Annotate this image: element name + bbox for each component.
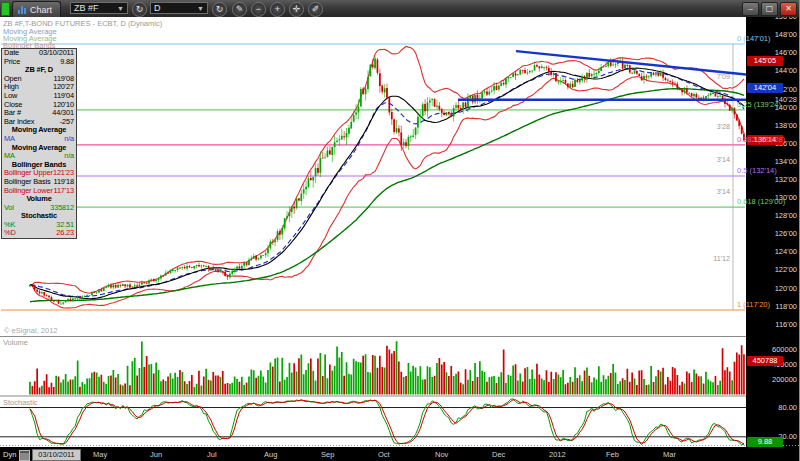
panel-row-bollinger-basis: Bollinger Basis119'18 (2, 178, 76, 187)
panel-label: Low (4, 92, 17, 101)
panel-value: 44/301 (52, 109, 74, 118)
panel-value: -257 (60, 118, 74, 127)
panel-section-header: Moving Average (2, 126, 76, 135)
tab-chart-label: Chart (30, 5, 52, 15)
eraser-icon[interactable]: ✐ (308, 2, 323, 17)
panel-label: Open (4, 75, 21, 84)
cursor-data-panel: Date03/10/2011Price9.88ZB #F, DOpen119'0… (1, 48, 77, 239)
panel-row-bollinger-lower: Bollinger Lower117'13 (2, 187, 76, 196)
panel-row-bar-: Bar #44/301 (2, 109, 76, 118)
symbol-combo[interactable]: ZB #F ▼ (70, 2, 128, 14)
panel-value: 119'18 (53, 178, 74, 187)
panel-label: Bar # (4, 109, 21, 118)
chart-tab-icon (18, 6, 26, 14)
panel-value: n/a (64, 135, 74, 144)
zoom-out-icon[interactable]: − (251, 2, 266, 17)
close-button[interactable]: ✕ (780, 2, 797, 16)
panel-value: 32.51 (56, 221, 74, 230)
window-controls: –▢✕ (742, 2, 797, 16)
zoom-in-icon[interactable]: + (270, 2, 285, 17)
interval-combo-value: D (154, 3, 161, 13)
panel-section-header: Bollinger Bands (2, 161, 76, 170)
panel-value: n/a (64, 152, 74, 161)
panel-value: 335812 (50, 204, 74, 213)
symbol-refresh-icon[interactable]: ↻ (132, 2, 147, 17)
panel-row--d: %D26.23 (2, 229, 76, 238)
maximize-button[interactable]: ▢ (761, 2, 778, 16)
chart-window: Chart ZB #F ▼ ↻ D ▼ ↻ ✎−+✛✐ –▢✕ ZB #F,T-… (0, 0, 800, 461)
pencil-icon[interactable]: ✎ (232, 2, 247, 17)
panel-label: MA (4, 135, 15, 144)
panel-label: Bollinger Upper (4, 169, 53, 178)
panel-label: Close (4, 101, 22, 110)
panel-section-header: ZB #F, D (2, 66, 76, 75)
interval-combo[interactable]: D ▼ (150, 2, 208, 14)
panel-label: Bollinger Basis (4, 178, 51, 187)
panel-value: 9.88 (60, 58, 74, 67)
calendar-icon[interactable] (19, 450, 30, 461)
panel-row-date: Date03/10/2011 (2, 49, 76, 58)
panel-label: Bollinger Lower (4, 187, 53, 196)
panel-row-ma: MAn/a (2, 152, 76, 161)
panel-value: 121'23 (53, 169, 74, 178)
panel-label: %K (4, 221, 15, 230)
panel-section-header: Stochastic (2, 212, 76, 221)
chevron-down-icon: ▼ (117, 5, 124, 12)
panel-value: 117'13 (53, 187, 74, 196)
panel-row--k: %K32.51 (2, 221, 76, 230)
panel-value: 120'10 (53, 101, 74, 110)
panel-row-vol: Vol335812 (2, 204, 76, 213)
time-axis-strip (0, 447, 800, 461)
panel-value: 119'08 (53, 75, 74, 84)
panel-section-header: Moving Average (2, 144, 76, 153)
panel-value: 119'04 (53, 92, 74, 101)
panel-label: MA (4, 152, 15, 161)
panel-section-header: Volume (2, 195, 76, 204)
panel-row-bar-index: Bar Index-257 (2, 118, 76, 127)
panel-label: Vol (4, 204, 14, 213)
panel-label: Price (4, 58, 20, 67)
crosshair-icon[interactable]: ✛ (289, 2, 304, 17)
interval-refresh-icon[interactable]: ↻ (212, 2, 227, 17)
panel-label: Bar Index (4, 118, 34, 127)
panel-label: High (4, 83, 19, 92)
panel-value: 120'27 (53, 83, 74, 92)
chart-canvas (0, 0, 800, 461)
price-axis-strip (746, 17, 800, 448)
panel-label: Date (4, 49, 19, 58)
tab-chart[interactable]: Chart (12, 1, 61, 17)
panel-row-ma: MAn/a (2, 135, 76, 144)
panel-row-bollinger-upper: Bollinger Upper121'23 (2, 169, 76, 178)
panel-row-close: Close120'10 (2, 101, 76, 110)
panel-value: 26.23 (56, 229, 74, 238)
panel-row-low: Low119'04 (2, 92, 76, 101)
chevron-down-icon: ▼ (197, 5, 204, 12)
title-bar: Chart ZB #F ▼ ↻ D ▼ ↻ ✎−+✛✐ –▢✕ (0, 0, 800, 17)
green-indicator-icon (1, 2, 10, 16)
panel-row-high: High120'27 (2, 83, 76, 92)
panel-value: 03/10/2011 (39, 49, 74, 58)
symbol-combo-value: ZB #F (74, 3, 99, 13)
panel-label: %D (4, 229, 16, 238)
cursor-date-box[interactable]: 03/10/2011 (32, 449, 81, 461)
panel-row-price: Price9.88 (2, 58, 76, 67)
panel-row-open: Open119'08 (2, 75, 76, 84)
minimize-button[interactable]: – (742, 2, 759, 16)
